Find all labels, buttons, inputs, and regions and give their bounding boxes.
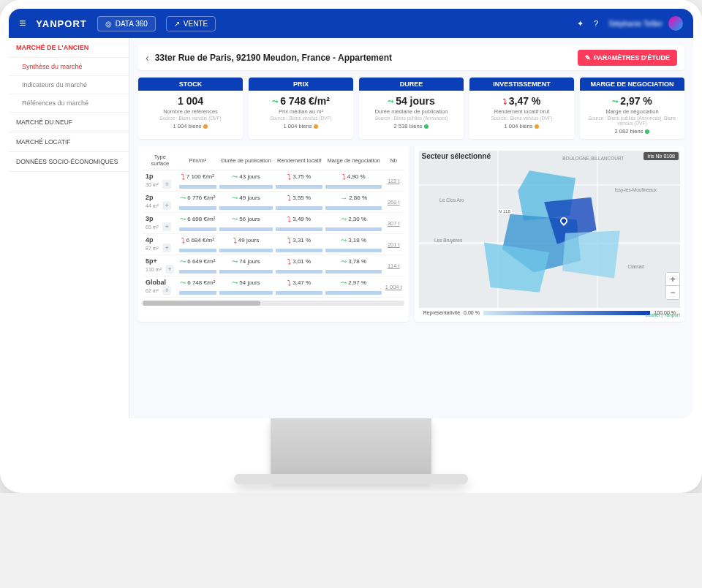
- sidebar-section-locatif[interactable]: MARCHÉ LOCATIF: [9, 132, 129, 152]
- table-header[interactable]: Durée de publication: [218, 151, 274, 170]
- kpi-card-2[interactable]: DUREE⤳ 54 joursDurée médiane de publicat…: [359, 78, 464, 139]
- sidebar-section-socio[interactable]: DONNÉES SOCIO-ÉCONOMIQUES: [9, 152, 129, 172]
- kpi-head: MARGE DE NEGOCIATION: [580, 78, 684, 91]
- user-menu[interactable]: Stéphanie Tellier: [608, 16, 683, 31]
- table-header[interactable]: Rendement locatif: [274, 151, 324, 170]
- sidebar: MARCHÉ DE L'ANCIEN Synthèse du marché In…: [9, 38, 129, 418]
- kpi-caption: Nombre de références: [141, 108, 240, 115]
- data-table-panel: TypesurfacePrix/m²Durée de publicationRe…: [138, 146, 409, 322]
- row-count[interactable]: 260 t: [383, 192, 404, 213]
- kpi-card-3[interactable]: INVESTISSEMENT⤵ 3,47 %Rendement locatif …: [469, 78, 574, 139]
- table-row: 2p44 m² +⤳ 6 776 €/m²⤳ 49 jours⤵ 3,55 %→…: [143, 192, 404, 213]
- menu-icon[interactable]: ≡: [19, 17, 26, 30]
- map-tag: Iris Nb 0108: [644, 152, 679, 160]
- page-title: 33ter Rue de Paris, 92190 Meudon, France…: [155, 53, 392, 63]
- kpi-foot: 2 082 biens: [583, 128, 682, 135]
- kpi-caption: Rendement locatif brut: [472, 108, 571, 115]
- avatar: [668, 16, 683, 31]
- sidebar-section-neuf[interactable]: MARCHÉ DU NEUF: [9, 113, 129, 132]
- table-header[interactable]: Marge de négociation: [324, 151, 383, 170]
- nav-data360[interactable]: ◎ DATA 360: [97, 16, 156, 31]
- sidebar-section-ancien[interactable]: MARCHÉ DE L'ANCIEN: [9, 38, 129, 58]
- notification-icon[interactable]: ✦: [577, 19, 584, 29]
- help-icon[interactable]: ?: [594, 19, 598, 28]
- title-bar: ‹ 33ter Rue de Paris, 92190 Meudon, Fran…: [138, 45, 684, 70]
- expand-icon[interactable]: +: [162, 201, 171, 210]
- row-count[interactable]: 114 t: [383, 255, 404, 276]
- row-count[interactable]: 201 t: [383, 234, 404, 255]
- kpi-value: ⤳ 6 748 €/m²: [252, 95, 350, 107]
- zoom-out-button[interactable]: −: [666, 286, 679, 299]
- back-icon[interactable]: ‹: [146, 52, 149, 64]
- kpi-foot: 1 004 biens: [252, 123, 350, 129]
- table-header[interactable]: Prix/m²: [178, 151, 218, 170]
- kpi-caption: Durée médiane de publication: [362, 108, 461, 115]
- expand-icon[interactable]: +: [162, 180, 171, 189]
- horizontal-scrollbar[interactable]: [143, 301, 404, 306]
- kpi-source: Source : Biens publiés (Annonces): [362, 116, 461, 121]
- parametres-button[interactable]: ✎ PARAMÈTRES D'ÉTUDE: [578, 50, 677, 66]
- kpi-cards: STOCK 1 004Nombre de référencesSource : …: [138, 78, 684, 139]
- row-count[interactable]: 307 t: [383, 213, 404, 234]
- kpi-head: STOCK: [138, 78, 243, 91]
- table-header[interactable]: Typesurface: [143, 151, 178, 170]
- kpi-foot: 2 538 biens: [362, 123, 461, 129]
- kpi-value: ⤳ 54 jours: [362, 95, 461, 107]
- expand-icon[interactable]: +: [162, 286, 171, 295]
- kpi-card-1[interactable]: PRIX⤳ 6 748 €/m²Prix médian au m²Source …: [249, 78, 353, 139]
- table-row: Global62 m² +⤳ 6 748 €/m²⤳ 54 jours⤵ 3,4…: [143, 276, 404, 298]
- kpi-card-0[interactable]: STOCK 1 004Nombre de référencesSource : …: [138, 78, 243, 139]
- map-panel: Secteur sélectionné Iris Nb 0108: [415, 146, 685, 322]
- kpi-value: ⤳ 2,97 %: [583, 95, 682, 107]
- sidebar-item-synthese[interactable]: Synthèse du marché: [9, 58, 129, 76]
- map-legend: Représentativité 0,00 % 100,00 %: [419, 308, 681, 317]
- table-row: 1p30 m² +⤵ 7 100 €/m²⤳ 43 jours⤵ 3,75 %⤵…: [143, 170, 404, 192]
- kpi-head: PRIX: [249, 78, 353, 91]
- row-label: 2p44 m² +: [143, 192, 178, 213]
- data-table: TypesurfacePrix/m²Durée de publicationRe…: [143, 151, 404, 298]
- table-row: 5p+110 m² +⤳ 6 649 €/m²⤳ 74 jours⤵ 3,01 …: [143, 255, 404, 276]
- kpi-source: Source : Biens vendus (DVF): [141, 116, 240, 121]
- map-zoom-controls: + −: [665, 272, 680, 300]
- row-label: Global62 m² +: [143, 276, 178, 298]
- kpi-source: Source : Biens vendus (DVF): [472, 116, 571, 121]
- map-canvas[interactable]: BOULOGNE-BILLANCOURT Le Clos Aro Issy-le…: [419, 151, 681, 317]
- brand-logo: YANPORT: [36, 18, 86, 29]
- expand-icon[interactable]: +: [162, 222, 171, 231]
- row-label: 4p87 m² +: [143, 234, 178, 255]
- kpi-caption: Marge de négociation: [583, 108, 682, 115]
- pencil-icon: ✎: [585, 54, 591, 61]
- row-count[interactable]: 1 004 t: [383, 276, 404, 298]
- kpi-foot: 1 004 biens: [141, 123, 240, 129]
- table-header[interactable]: Nb: [383, 151, 404, 170]
- kpi-source: Source : Biens vendus (DVF): [252, 116, 350, 121]
- table-row: 4p87 m² +⤵ 6 684 €/m²⤵ 49 jours⤵ 3,31 %⤳…: [143, 234, 404, 255]
- sidebar-item-indicateurs[interactable]: Indicateurs du marché: [9, 76, 129, 94]
- kpi-foot: 1 004 biens: [472, 123, 571, 129]
- kpi-value: ⤵ 3,47 %: [472, 95, 571, 107]
- expand-icon[interactable]: +: [162, 244, 171, 252]
- map-attribution: Leaflet | Yanport: [646, 312, 680, 317]
- sidebar-item-references[interactable]: Références du marché: [9, 94, 129, 113]
- expand-icon[interactable]: +: [165, 265, 174, 274]
- top-bar: ≡ YANPORT ◎ DATA 360 ↗ VENTE ✦ ? Stéphan…: [9, 9, 693, 38]
- kpi-head: INVESTISSEMENT: [469, 78, 574, 91]
- row-label: 3p65 m² +: [143, 213, 178, 234]
- table-row: 3p65 m² +⤳ 6 698 €/m²⤳ 56 jours⤵ 3,49 %⤳…: [143, 213, 404, 234]
- kpi-head: DUREE: [359, 78, 464, 91]
- row-label: 1p30 m² +: [143, 170, 178, 192]
- map-title: Secteur sélectionné: [422, 152, 491, 160]
- row-count[interactable]: 122 t: [383, 170, 404, 192]
- main-content: ‹ 33ter Rue de Paris, 92190 Meudon, Fran…: [129, 38, 693, 418]
- kpi-value: 1 004: [141, 95, 240, 107]
- zoom-in-button[interactable]: +: [666, 273, 679, 286]
- kpi-caption: Prix médian au m²: [252, 108, 350, 115]
- nav-vente[interactable]: ↗ VENTE: [166, 16, 216, 31]
- row-label: 5p+110 m² +: [143, 255, 178, 276]
- kpi-card-4[interactable]: MARGE DE NEGOCIATION⤳ 2,97 %Marge de nég…: [580, 78, 684, 139]
- kpi-source: Source : Biens publiés (Annonces), Biens…: [583, 116, 682, 126]
